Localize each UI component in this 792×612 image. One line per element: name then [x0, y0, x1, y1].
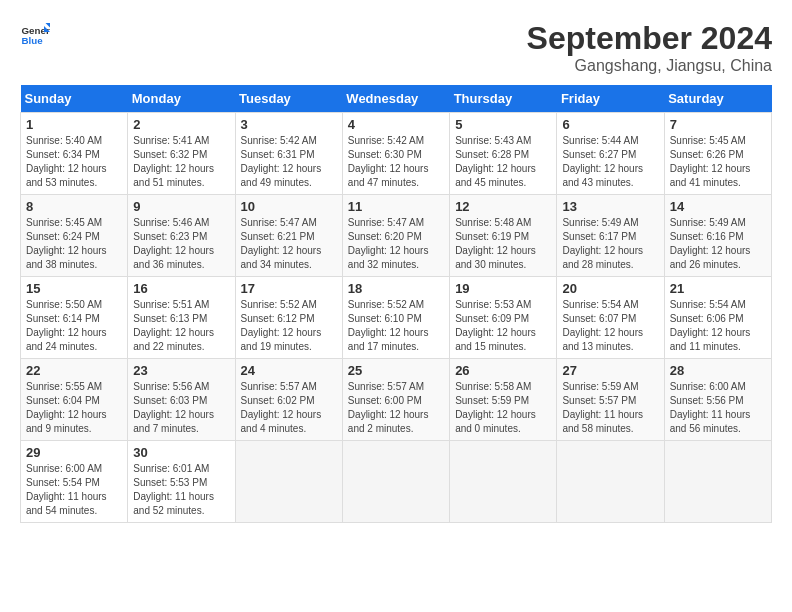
day-info: Sunrise: 5:56 AMSunset: 6:03 PMDaylight:…	[133, 380, 229, 436]
day-info: Sunrise: 5:54 AMSunset: 6:07 PMDaylight:…	[562, 298, 658, 354]
calendar-cell: 26 Sunrise: 5:58 AMSunset: 5:59 PMDaylig…	[450, 359, 557, 441]
day-info: Sunrise: 5:45 AMSunset: 6:26 PMDaylight:…	[670, 134, 766, 190]
calendar-cell: 14 Sunrise: 5:49 AMSunset: 6:16 PMDaylig…	[664, 195, 771, 277]
calendar-cell	[664, 441, 771, 523]
calendar-cell: 1 Sunrise: 5:40 AMSunset: 6:34 PMDayligh…	[21, 113, 128, 195]
week-row-3: 22 Sunrise: 5:55 AMSunset: 6:04 PMDaylig…	[21, 359, 772, 441]
day-number: 7	[670, 117, 766, 132]
calendar-cell	[450, 441, 557, 523]
day-info: Sunrise: 5:46 AMSunset: 6:23 PMDaylight:…	[133, 216, 229, 272]
calendar-cell: 3 Sunrise: 5:42 AMSunset: 6:31 PMDayligh…	[235, 113, 342, 195]
calendar-cell: 12 Sunrise: 5:48 AMSunset: 6:19 PMDaylig…	[450, 195, 557, 277]
calendar-cell	[235, 441, 342, 523]
calendar-cell: 7 Sunrise: 5:45 AMSunset: 6:26 PMDayligh…	[664, 113, 771, 195]
day-number: 22	[26, 363, 122, 378]
day-number: 6	[562, 117, 658, 132]
calendar-cell: 29 Sunrise: 6:00 AMSunset: 5:54 PMDaylig…	[21, 441, 128, 523]
day-info: Sunrise: 5:57 AMSunset: 6:02 PMDaylight:…	[241, 380, 337, 436]
day-number: 19	[455, 281, 551, 296]
header-tuesday: Tuesday	[235, 85, 342, 113]
day-number: 8	[26, 199, 122, 214]
day-number: 17	[241, 281, 337, 296]
day-number: 28	[670, 363, 766, 378]
day-info: Sunrise: 5:52 AMSunset: 6:12 PMDaylight:…	[241, 298, 337, 354]
day-info: Sunrise: 5:51 AMSunset: 6:13 PMDaylight:…	[133, 298, 229, 354]
header-sunday: Sunday	[21, 85, 128, 113]
day-info: Sunrise: 5:48 AMSunset: 6:19 PMDaylight:…	[455, 216, 551, 272]
day-number: 14	[670, 199, 766, 214]
day-info: Sunrise: 5:58 AMSunset: 5:59 PMDaylight:…	[455, 380, 551, 436]
day-number: 27	[562, 363, 658, 378]
page-header: General Blue September 2024 Gangshang, J…	[20, 20, 772, 75]
calendar-cell: 9 Sunrise: 5:46 AMSunset: 6:23 PMDayligh…	[128, 195, 235, 277]
day-info: Sunrise: 5:53 AMSunset: 6:09 PMDaylight:…	[455, 298, 551, 354]
day-number: 29	[26, 445, 122, 460]
day-info: Sunrise: 5:50 AMSunset: 6:14 PMDaylight:…	[26, 298, 122, 354]
day-number: 18	[348, 281, 444, 296]
calendar-cell: 5 Sunrise: 5:43 AMSunset: 6:28 PMDayligh…	[450, 113, 557, 195]
day-number: 26	[455, 363, 551, 378]
day-info: Sunrise: 5:44 AMSunset: 6:27 PMDaylight:…	[562, 134, 658, 190]
calendar-cell: 27 Sunrise: 5:59 AMSunset: 5:57 PMDaylig…	[557, 359, 664, 441]
day-number: 9	[133, 199, 229, 214]
calendar-cell: 13 Sunrise: 5:49 AMSunset: 6:17 PMDaylig…	[557, 195, 664, 277]
day-info: Sunrise: 5:52 AMSunset: 6:10 PMDaylight:…	[348, 298, 444, 354]
day-info: Sunrise: 5:49 AMSunset: 6:16 PMDaylight:…	[670, 216, 766, 272]
header-thursday: Thursday	[450, 85, 557, 113]
day-number: 25	[348, 363, 444, 378]
calendar-cell: 15 Sunrise: 5:50 AMSunset: 6:14 PMDaylig…	[21, 277, 128, 359]
calendar-cell	[342, 441, 449, 523]
calendar-cell: 23 Sunrise: 5:56 AMSunset: 6:03 PMDaylig…	[128, 359, 235, 441]
day-info: Sunrise: 6:01 AMSunset: 5:53 PMDaylight:…	[133, 462, 229, 518]
calendar-cell: 10 Sunrise: 5:47 AMSunset: 6:21 PMDaylig…	[235, 195, 342, 277]
calendar-cell: 19 Sunrise: 5:53 AMSunset: 6:09 PMDaylig…	[450, 277, 557, 359]
day-number: 4	[348, 117, 444, 132]
day-info: Sunrise: 5:42 AMSunset: 6:30 PMDaylight:…	[348, 134, 444, 190]
day-info: Sunrise: 5:49 AMSunset: 6:17 PMDaylight:…	[562, 216, 658, 272]
day-info: Sunrise: 6:00 AMSunset: 5:54 PMDaylight:…	[26, 462, 122, 518]
day-info: Sunrise: 5:47 AMSunset: 6:21 PMDaylight:…	[241, 216, 337, 272]
calendar-cell: 18 Sunrise: 5:52 AMSunset: 6:10 PMDaylig…	[342, 277, 449, 359]
day-number: 5	[455, 117, 551, 132]
calendar-cell: 6 Sunrise: 5:44 AMSunset: 6:27 PMDayligh…	[557, 113, 664, 195]
logo-icon: General Blue	[20, 20, 50, 50]
month-title: September 2024	[527, 20, 772, 57]
day-info: Sunrise: 6:00 AMSunset: 5:56 PMDaylight:…	[670, 380, 766, 436]
day-number: 11	[348, 199, 444, 214]
day-number: 30	[133, 445, 229, 460]
calendar-cell: 16 Sunrise: 5:51 AMSunset: 6:13 PMDaylig…	[128, 277, 235, 359]
day-info: Sunrise: 5:43 AMSunset: 6:28 PMDaylight:…	[455, 134, 551, 190]
day-number: 21	[670, 281, 766, 296]
day-number: 23	[133, 363, 229, 378]
day-info: Sunrise: 5:54 AMSunset: 6:06 PMDaylight:…	[670, 298, 766, 354]
calendar-cell: 22 Sunrise: 5:55 AMSunset: 6:04 PMDaylig…	[21, 359, 128, 441]
calendar-cell: 28 Sunrise: 6:00 AMSunset: 5:56 PMDaylig…	[664, 359, 771, 441]
header-monday: Monday	[128, 85, 235, 113]
day-number: 24	[241, 363, 337, 378]
logo: General Blue	[20, 20, 50, 50]
day-info: Sunrise: 5:57 AMSunset: 6:00 PMDaylight:…	[348, 380, 444, 436]
day-info: Sunrise: 5:55 AMSunset: 6:04 PMDaylight:…	[26, 380, 122, 436]
calendar-cell: 17 Sunrise: 5:52 AMSunset: 6:12 PMDaylig…	[235, 277, 342, 359]
day-info: Sunrise: 5:42 AMSunset: 6:31 PMDaylight:…	[241, 134, 337, 190]
calendar-cell: 4 Sunrise: 5:42 AMSunset: 6:30 PMDayligh…	[342, 113, 449, 195]
title-block: September 2024 Gangshang, Jiangsu, China	[527, 20, 772, 75]
day-number: 16	[133, 281, 229, 296]
calendar-cell: 20 Sunrise: 5:54 AMSunset: 6:07 PMDaylig…	[557, 277, 664, 359]
calendar-cell: 24 Sunrise: 5:57 AMSunset: 6:02 PMDaylig…	[235, 359, 342, 441]
location: Gangshang, Jiangsu, China	[527, 57, 772, 75]
day-number: 2	[133, 117, 229, 132]
day-number: 1	[26, 117, 122, 132]
calendar-cell: 11 Sunrise: 5:47 AMSunset: 6:20 PMDaylig…	[342, 195, 449, 277]
calendar-cell: 25 Sunrise: 5:57 AMSunset: 6:00 PMDaylig…	[342, 359, 449, 441]
week-row-2: 15 Sunrise: 5:50 AMSunset: 6:14 PMDaylig…	[21, 277, 772, 359]
header-row: SundayMondayTuesdayWednesdayThursdayFrid…	[21, 85, 772, 113]
calendar-cell	[557, 441, 664, 523]
svg-text:Blue: Blue	[22, 35, 44, 46]
week-row-1: 8 Sunrise: 5:45 AMSunset: 6:24 PMDayligh…	[21, 195, 772, 277]
header-saturday: Saturday	[664, 85, 771, 113]
day-info: Sunrise: 5:41 AMSunset: 6:32 PMDaylight:…	[133, 134, 229, 190]
header-wednesday: Wednesday	[342, 85, 449, 113]
day-number: 10	[241, 199, 337, 214]
day-number: 15	[26, 281, 122, 296]
